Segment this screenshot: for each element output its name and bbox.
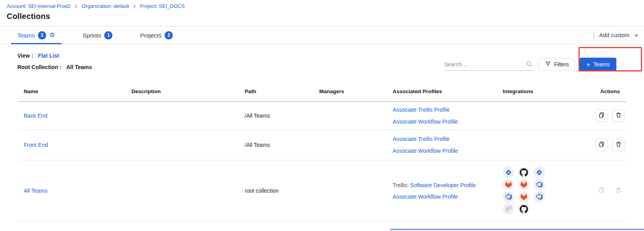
integration-icon-grid: [503, 167, 545, 215]
add-teams-button[interactable]: + Teams: [580, 58, 616, 71]
teams-count-badge: 3: [38, 31, 46, 39]
tabs: Teams 3 ⚙ Sprints 1 Projects 2: [11, 26, 179, 44]
integrations-cell: [503, 167, 593, 215]
copy-button[interactable]: [595, 109, 608, 122]
root-collection-label: Root Collection :: [17, 64, 62, 70]
actions-cell: [593, 139, 627, 151]
breadcrumb-account-link[interactable]: Account: SEI-Internal-Prod2: [7, 3, 71, 9]
delete-button[interactable]: [612, 139, 625, 151]
column-header-description: Description: [131, 88, 245, 94]
collection-name-link[interactable]: Front End: [24, 142, 48, 148]
filters-button[interactable]: Filters: [539, 58, 575, 71]
associate-workflow-profile-link[interactable]: Associate Workflow Profile: [393, 191, 503, 202]
search-icon: [526, 61, 533, 69]
associate-workflow-profile-link[interactable]: Associate Workflow Profile: [393, 145, 503, 157]
partial-bottom-element: [390, 229, 644, 230]
copy-button-disabled: [595, 184, 608, 197]
vertical-divider: [594, 32, 594, 39]
sonarqube-icon: [503, 203, 514, 215]
trash-icon: [615, 141, 622, 149]
delete-button[interactable]: [612, 109, 625, 122]
delete-button-disabled: [612, 184, 625, 197]
sprints-count-badge: 1: [104, 31, 112, 39]
breadcrumb-organization-link[interactable]: Organization: default: [82, 3, 129, 9]
table-row: Back End /All Teams Associate Trellis Pr…: [17, 102, 627, 130]
copy-icon: [598, 112, 605, 120]
azure-devops-icon: [534, 191, 545, 203]
azure-devops-icon: [534, 179, 545, 190]
chevron-right-icon: [133, 4, 136, 8]
filter-funnel-icon: [545, 61, 551, 68]
column-header-associated-profiles: Associated Profiles: [393, 88, 503, 94]
jira-icon: [503, 167, 514, 178]
column-header-name: Name: [17, 88, 131, 94]
associate-trellis-profile-link[interactable]: Associate Trellis Profile: [393, 104, 503, 116]
table-row: All Teams root collection Trellis: Softw…: [17, 160, 627, 221]
collections-table: Name Description Path Managers Associate…: [17, 81, 627, 221]
path-cell: /All Teams: [245, 113, 319, 119]
copy-icon: [598, 141, 605, 149]
column-header-managers: Managers: [319, 88, 393, 94]
table-controls: Filters + Teams: [444, 58, 616, 71]
projects-count-badge: 2: [165, 31, 173, 39]
associated-profiles-cell: Trellis: Software Developer Profile Asso…: [393, 179, 503, 202]
github-icon: [518, 203, 530, 215]
github-icon: [518, 167, 530, 178]
table-row: Front End /All Teams Associate Trellis P…: [17, 130, 627, 160]
column-header-actions: Actions: [593, 88, 627, 94]
plus-icon: +: [634, 32, 638, 39]
collection-name-link[interactable]: All Teams: [24, 188, 47, 194]
path-cell: /All Teams: [245, 142, 319, 148]
tab-projects-label: Projects: [140, 32, 161, 39]
filters-label: Filters: [554, 61, 569, 68]
jira-icon: [534, 167, 545, 178]
add-teams-label: Teams: [593, 61, 610, 68]
associated-profiles-cell: Associate Trellis Profile Associate Work…: [393, 104, 503, 128]
column-header-path: Path: [245, 88, 319, 94]
gitlab-icon: [518, 179, 530, 190]
trash-icon: [615, 112, 622, 120]
search-input[interactable]: [444, 61, 523, 68]
copy-button[interactable]: [595, 139, 608, 151]
flat-list-link[interactable]: Flat List: [38, 53, 59, 59]
azure-devops-icon: [503, 191, 514, 203]
tab-sprints[interactable]: Sprints 1: [77, 26, 119, 44]
trellis-prefix-label: Trellis:: [393, 182, 409, 188]
actions-cell: [593, 109, 627, 122]
actions-cell: [593, 184, 627, 197]
tab-bar: Teams 3 ⚙ Sprints 1 Projects 2 Add custo…: [0, 26, 644, 44]
software-developer-profile-link[interactable]: Software Developer Profile: [410, 182, 476, 188]
breadcrumb-project-link[interactable]: Project: SEI_DOCS: [140, 3, 185, 9]
add-custom-button[interactable]: Add custom +: [594, 26, 638, 44]
copy-icon: [598, 187, 605, 195]
collections-page: Account: SEI-Internal-Prod2 Organization…: [0, 0, 644, 231]
chevron-right-icon: [75, 4, 78, 8]
trash-icon: [615, 187, 622, 195]
tab-sprints-label: Sprints: [83, 32, 101, 39]
view-bar: View : Flat List Root Collection : All T…: [17, 53, 92, 75]
column-header-integrations: Integrations: [503, 88, 593, 94]
collection-name-link[interactable]: Back End: [24, 113, 47, 119]
gear-icon[interactable]: ⚙: [49, 32, 55, 38]
gitlab-icon: [503, 179, 514, 190]
associated-profiles-cell: Associate Trellis Profile Associate Work…: [393, 133, 503, 157]
gitlab-icon: [518, 191, 530, 203]
plus-icon: +: [586, 61, 590, 68]
associate-workflow-profile-link[interactable]: Associate Workflow Profile: [393, 116, 503, 128]
tab-teams[interactable]: Teams 3 ⚙: [11, 26, 62, 44]
view-row: View : Flat List: [17, 53, 92, 59]
root-collection-row: Root Collection : All Teams: [17, 64, 92, 70]
path-cell: root collection: [245, 188, 319, 194]
breadcrumb: Account: SEI-Internal-Prod2 Organization…: [7, 3, 185, 9]
root-collection-value: All Teams: [66, 64, 92, 70]
table-header: Name Description Path Managers Associate…: [17, 81, 627, 102]
add-custom-label: Add custom: [599, 32, 629, 38]
view-label: View :: [17, 53, 33, 59]
tab-teams-label: Teams: [17, 32, 35, 39]
associate-trellis-profile-link[interactable]: Associate Trellis Profile: [393, 133, 503, 145]
page-title: Collections: [7, 12, 50, 21]
tab-projects[interactable]: Projects 2: [134, 26, 179, 44]
search-field: [444, 58, 534, 71]
